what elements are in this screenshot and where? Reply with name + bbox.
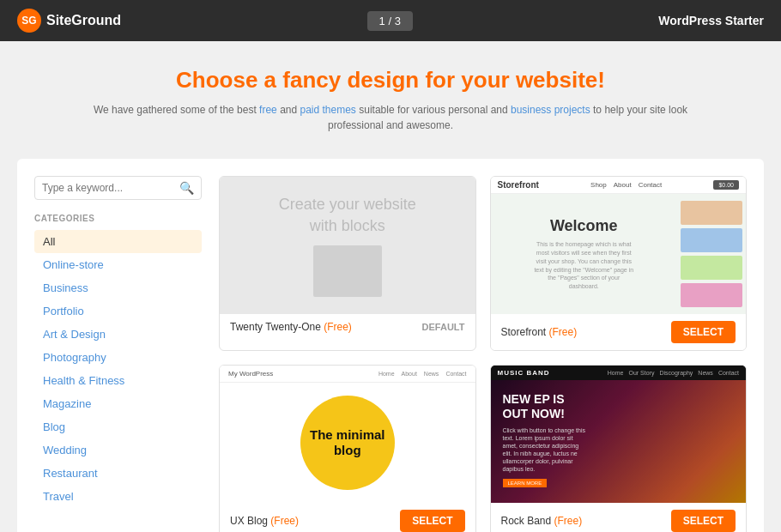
sf-nav-about: About [614,181,632,189]
theme-footer-storefront: Storefront (Free) SELECT [491,314,747,350]
theme-price-twenty-twenty-one: (Free) [324,321,352,333]
rb-nav-contact: Contact [718,370,739,376]
sf-nav-contact: Contact [639,181,663,189]
theme-card-twenty-twenty-one: Create your websitewith blocks Twenty Tw… [219,176,476,351]
rb-headline: NEW EP ISOUT NOW! [503,392,589,421]
uxblog-nav-home: Home [378,371,395,377]
rb-logo: MUSIC BAND [498,369,550,377]
theme-name-ux-blog: UX Blog (Free) [230,515,299,527]
logo-text: SiteGround [46,13,121,28]
rb-learn-more-btn: LEARN MORE [503,479,548,487]
plan-label: WordPress Starter [658,14,764,27]
default-badge: DEFAULT [422,322,465,332]
sf-product-4 [681,283,742,307]
sidebar-item-restaurant[interactable]: Restaurant [34,462,202,485]
theme-card-ux-blog: My WordPress Home About News Contact The… [219,365,476,532]
hero-subtitle: We have gathered some of the best free a… [90,102,691,133]
logo-icon: SG [17,9,41,33]
free-link[interactable]: free [259,104,277,116]
sidebar-item-all[interactable]: All [34,230,202,253]
search-input[interactable] [42,182,179,194]
uxblog-nav-news: News [424,371,439,377]
rb-subtitle: Click with button to change this text. L… [503,426,589,474]
rb-nav: Home Our Story Discography News Contact [608,370,739,376]
theme-price-storefront: (Free) [549,326,578,338]
site-logo: SG SiteGround [17,9,121,33]
themes-grid: Create your websitewith blocks Twenty Tw… [219,176,747,532]
select-button-rock-band[interactable]: SELECT [671,510,736,532]
sf-nav: Shop About Contact [590,181,662,189]
search-box[interactable]: 🔍 [34,176,202,200]
select-button-storefront[interactable]: SELECT [671,321,736,343]
storefront-header: Storefront Shop About Contact $0.00 [491,177,747,194]
hero-title: Choose a fancy design for your website! [17,67,764,94]
sidebar-item-portfolio[interactable]: Portfolio [34,299,202,323]
rb-nav-home: Home [608,370,624,376]
sidebar-item-photography[interactable]: Photography [34,346,202,369]
sidebar-item-health-fitness[interactable]: Health & Fitness [34,369,202,392]
sf-nav-shop: Shop [590,181,607,189]
theme-footer-ux-blog: UX Blog (Free) SELECT [220,503,475,532]
rb-overlay: NEW EP ISOUT NOW! Click with button to c… [491,380,747,503]
sidebar: 🔍 CATEGORIES All Online-store Business P… [34,176,202,532]
sf-main-content: Welcome This is the homepage which is wh… [491,194,678,314]
sf-product-1 [681,201,742,225]
rb-body: NEW EP ISOUT NOW! Click with button to c… [491,380,747,503]
categories-label: CATEGORIES [34,214,202,223]
theme-name-rock-band: Rock Band (Free) [501,515,583,527]
theme-footer-rock-band: Rock Band (Free) SELECT [491,503,747,532]
rb-header: MUSIC BAND Home Our Story Discography Ne… [491,366,747,380]
sidebar-item-blog[interactable]: Blog [34,415,202,438]
hero-section: Choose a fancy design for your website! … [0,41,781,150]
sidebar-item-online-store[interactable]: Online-store [34,253,202,276]
theme-preview-ux-blog: My WordPress Home About News Contact The… [220,366,475,503]
sidebar-item-art-design[interactable]: Art & Design [34,323,202,346]
select-button-ux-blog[interactable]: SELECT [400,510,464,532]
sf-cart-button: $0.00 [713,180,739,190]
sf-product-3 [681,256,742,280]
main-content: 🔍 CATEGORIES All Online-store Business P… [17,159,764,532]
storefront-body: Welcome This is the homepage which is wh… [491,194,747,314]
uxblog-site-name: My WordPress [228,370,273,378]
uxblog-nav-contact: Contact [445,371,466,377]
sf-description: This is the homepage which is what most … [532,240,635,291]
preview-image-placeholder [313,245,382,297]
sidebar-item-travel[interactable]: Travel [34,485,202,508]
theme-name-storefront: Storefront (Free) [501,326,578,338]
uxblog-body: The minimalblog [220,383,475,503]
theme-preview-storefront: Storefront Shop About Contact $0.00 Welc… [491,177,747,314]
sf-welcome-text: Welcome [550,217,618,235]
theme-footer-twenty-twenty-one: Twenty Twenty-One (Free) DEFAULT [220,314,475,340]
theme-preview-twenty-twenty-one: Create your websitewith blocks [220,177,475,314]
sidebar-item-magazine[interactable]: Magazine [34,392,202,415]
theme-preview-rock-band: MUSIC BAND Home Our Story Discography Ne… [491,366,747,503]
uxblog-nav-about: About [402,371,417,377]
rb-nav-news: News [698,370,713,376]
paid-link[interactable]: paid themes [300,104,356,116]
theme-card-rock-band: MUSIC BAND Home Our Story Discography Ne… [490,365,748,532]
uxblog-nav: Home About News Contact [378,371,467,377]
pagination-indicator: 1 / 3 [367,11,413,31]
main-header: SG SiteGround 1 / 3 WordPress Starter [0,0,781,41]
uxblog-header: My WordPress Home About News Contact [220,366,475,383]
preview-text: Create your websitewith blocks [279,194,416,237]
theme-price-ux-blog: (Free) [270,515,299,527]
sidebar-item-wedding[interactable]: Wedding [34,438,202,462]
rb-text-content: NEW EP ISOUT NOW! Click with button to c… [503,392,589,488]
sf-product-2 [681,228,742,252]
sf-products [677,194,746,314]
theme-name-twenty-twenty-one: Twenty Twenty-One (Free) [230,321,352,333]
rb-nav-story: Our Story [628,370,654,376]
business-link[interactable]: business projects [511,104,590,116]
theme-card-storefront: Storefront Shop About Contact $0.00 Welc… [490,176,748,351]
rb-nav-discography: Discography [659,370,693,376]
search-icon: 🔍 [179,181,194,195]
uxblog-circle: The minimalblog [300,396,395,490]
sidebar-item-business[interactable]: Business [34,276,202,299]
theme-price-rock-band: (Free) [554,515,583,527]
sf-logo: Storefront [498,180,539,190]
